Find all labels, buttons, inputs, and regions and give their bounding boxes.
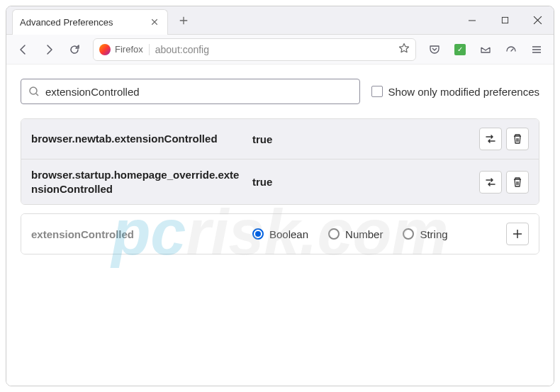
- close-tab-icon[interactable]: [149, 16, 160, 28]
- identity-box[interactable]: Firefox: [99, 44, 150, 55]
- new-preference-row: extensionControlled Boolean Number Strin…: [21, 214, 539, 254]
- preference-row: browser.startup.homepage_override.extens…: [21, 159, 539, 204]
- search-row: Show only modified preferences: [21, 79, 539, 104]
- titlebar: Advanced Preferences: [6, 6, 554, 35]
- type-option-string[interactable]: String: [403, 228, 447, 240]
- search-icon: [28, 86, 40, 97]
- type-label: Boolean: [269, 228, 308, 240]
- preference-value: true: [244, 176, 479, 188]
- browser-tab[interactable]: Advanced Preferences: [12, 9, 168, 35]
- new-preference-name: extensionControlled: [31, 228, 244, 240]
- menu-button[interactable]: [525, 38, 548, 61]
- preference-name: browser.newtab.extensionControlled: [31, 132, 244, 146]
- type-option-boolean[interactable]: Boolean: [252, 228, 308, 240]
- preference-row: browser.newtab.extensionControlled true: [21, 119, 539, 159]
- radio-icon: [403, 228, 414, 240]
- url-bar[interactable]: Firefox: [93, 38, 416, 61]
- delete-button[interactable]: [506, 128, 529, 150]
- inbox-icon[interactable]: [474, 38, 497, 61]
- url-input[interactable]: [155, 44, 398, 55]
- type-label: String: [420, 228, 447, 240]
- identity-label: Firefox: [115, 44, 143, 55]
- bookmark-star-icon[interactable]: [398, 43, 410, 57]
- new-preference-container: extensionControlled Boolean Number Strin…: [21, 213, 539, 254]
- search-box[interactable]: [21, 79, 360, 104]
- maximize-button[interactable]: [488, 6, 521, 35]
- radio-icon: [328, 228, 340, 240]
- reload-button[interactable]: [63, 38, 86, 61]
- type-options: Boolean Number String: [244, 228, 506, 240]
- add-button[interactable]: [506, 223, 529, 245]
- preference-name: browser.startup.homepage_override.extens…: [31, 168, 244, 196]
- svg-point-1: [30, 87, 37, 94]
- toggle-button[interactable]: [479, 128, 502, 150]
- preference-list: browser.newtab.extensionControlled true …: [21, 118, 539, 205]
- type-label: Number: [345, 228, 383, 240]
- close-window-button[interactable]: [521, 6, 554, 35]
- content-area: pcrisk.com Show only modified preference…: [6, 65, 554, 386]
- back-button[interactable]: [12, 38, 35, 61]
- radio-icon: [252, 228, 264, 240]
- toggle-button[interactable]: [479, 171, 502, 194]
- svg-rect-0: [502, 17, 508, 23]
- delete-button[interactable]: [506, 171, 529, 194]
- forward-button[interactable]: [38, 38, 60, 61]
- window-frame: Advanced Preferences: [6, 6, 554, 386]
- show-modified-toggle[interactable]: Show only modified preferences: [371, 86, 539, 98]
- navigation-toolbar: Firefox ✓: [6, 35, 554, 65]
- dashboard-icon[interactable]: [500, 38, 522, 61]
- window-controls: [456, 6, 554, 35]
- pocket-icon[interactable]: [423, 38, 446, 61]
- type-option-number[interactable]: Number: [328, 228, 383, 240]
- preference-value: true: [244, 133, 479, 145]
- firefox-logo-icon: [99, 44, 111, 55]
- show-modified-label: Show only modified preferences: [388, 86, 539, 98]
- new-tab-button[interactable]: [174, 11, 194, 30]
- checkbox-icon: [371, 86, 383, 97]
- tab-title: Advanced Preferences: [20, 17, 149, 28]
- search-input[interactable]: [45, 86, 352, 98]
- extension-icon[interactable]: ✓: [449, 38, 471, 61]
- minimize-button[interactable]: [456, 6, 488, 35]
